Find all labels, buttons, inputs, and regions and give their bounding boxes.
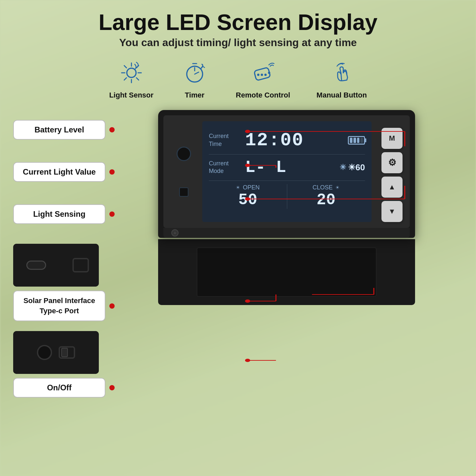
- solar-panel-dot: [109, 303, 115, 309]
- main-title: Large LED Screen Display: [13, 10, 463, 35]
- device-screen: CurrentTime 12:00: [163, 115, 410, 228]
- onoff-annotation: On/Off: [13, 378, 158, 398]
- m-button[interactable]: M: [381, 128, 403, 149]
- feature-label-timer: Timer: [185, 91, 205, 99]
- svg-point-15: [261, 73, 263, 76]
- device-wrapper: CurrentTime 12:00: [158, 110, 415, 305]
- open-value: 50: [238, 191, 257, 209]
- svg-point-14: [257, 73, 260, 76]
- light-sensor-icon: [117, 58, 146, 88]
- close-section: CLOSE ☀ 20: [287, 184, 365, 209]
- battery-icon: [348, 136, 365, 145]
- svg-line-8: [124, 78, 126, 80]
- svg-line-6: [136, 78, 139, 80]
- light-value-60: ☀ ☀60: [339, 162, 365, 173]
- close-label: CLOSE ☀: [313, 184, 340, 191]
- solar-panel-label: Solar Panel Interface Type-c Port: [13, 291, 105, 322]
- main-section: Battery Level Current Light Value Light …: [13, 110, 463, 398]
- screen-left: [171, 121, 197, 222]
- current-time-value: 12:00: [245, 130, 304, 151]
- feature-label-manual: Manual Button: [317, 91, 367, 99]
- current-time-label: CurrentTime: [209, 132, 242, 148]
- open-label: ☀ OPEN: [236, 184, 260, 191]
- feature-label-light-sensor: Light Sensor: [109, 91, 153, 99]
- onoff-section: On/Off: [13, 331, 158, 398]
- svg-line-11: [195, 72, 199, 74]
- lcd-screen: CurrentTime 12:00: [202, 121, 372, 222]
- feature-manual: Manual Button: [317, 58, 367, 99]
- feature-remote: Remote Control: [236, 58, 290, 99]
- current-mode-value: L- L: [245, 158, 286, 177]
- battery-level-label: Battery Level: [13, 120, 105, 140]
- screw-left: +: [171, 229, 179, 237]
- device-lower-panel: [158, 239, 415, 305]
- current-light-value-dot: [109, 169, 115, 175]
- lower-panel-screen: [197, 247, 377, 297]
- header: Large LED Screen Display You can adjust …: [13, 10, 463, 49]
- current-mode-row: CurrentMode L- L ☀ ☀60: [209, 154, 365, 181]
- battery-bar-3: [357, 138, 360, 143]
- solar-panel-annotation: Solar Panel Interface Type-c Port: [13, 291, 158, 322]
- current-mode-label: CurrentMode: [209, 160, 242, 175]
- light-sensing-label: Light Sensing: [13, 204, 105, 224]
- sub-title: You can adjust timing/ light sensing at …: [13, 37, 463, 49]
- gear-button[interactable]: ⚙: [381, 152, 403, 173]
- down-button[interactable]: ▼: [381, 201, 403, 222]
- battery-bar-4: [360, 138, 363, 143]
- close-value: 20: [317, 191, 336, 209]
- battery-body: [348, 136, 365, 145]
- open-section: ☀ OPEN 50: [209, 184, 287, 209]
- svg-point-33: [245, 359, 250, 362]
- control-buttons: M ⚙ ▲ ▼: [381, 121, 403, 222]
- sun-icon: ☀: [339, 163, 347, 172]
- solar-panel-photo: [13, 244, 99, 287]
- sensor: [179, 187, 188, 197]
- device-panel: CurrentTime 12:00: [158, 110, 463, 398]
- current-time-row: CurrentTime 12:00: [209, 126, 365, 154]
- battery-bar-2: [353, 138, 356, 143]
- feature-timer: Timer: [180, 58, 210, 99]
- light-sensing-dot: [109, 211, 115, 217]
- svg-line-5: [124, 66, 126, 68]
- up-button[interactable]: ▲: [381, 177, 403, 198]
- device-outer: CurrentTime 12:00: [158, 110, 415, 238]
- current-light-value-annotation: Current Light Value: [13, 162, 158, 182]
- svg-point-16: [265, 73, 267, 76]
- open-close-row: ☀ OPEN 50 CLOSE ☀: [209, 181, 365, 212]
- features-row: Light Sensor Timer: [13, 58, 463, 99]
- manual-icon: [327, 58, 356, 88]
- solar-panel-section: Solar Panel Interface Type-c Port: [13, 244, 158, 322]
- camera-lens: [177, 147, 191, 161]
- current-light-value-label: Current Light Value: [13, 162, 105, 182]
- feature-light-sensor: Light Sensor: [109, 58, 153, 99]
- onoff-photo: [13, 331, 99, 374]
- device-bottom: +: [163, 228, 410, 238]
- onoff-dot: [109, 385, 115, 390]
- svg-point-17: [268, 71, 270, 74]
- battery-bar-1: [350, 138, 352, 143]
- battery-level-annotation: Battery Level: [13, 120, 158, 140]
- left-annotations: Battery Level Current Light Value Light …: [13, 110, 158, 398]
- light-sensing-annotation: Light Sensing: [13, 204, 158, 224]
- feature-label-remote: Remote Control: [236, 91, 290, 99]
- battery-level-dot: [109, 127, 115, 132]
- timer-icon: [180, 58, 210, 88]
- onoff-label: On/Off: [13, 378, 105, 398]
- remote-icon: [248, 58, 278, 88]
- page-content: Large LED Screen Display You can adjust …: [0, 0, 476, 476]
